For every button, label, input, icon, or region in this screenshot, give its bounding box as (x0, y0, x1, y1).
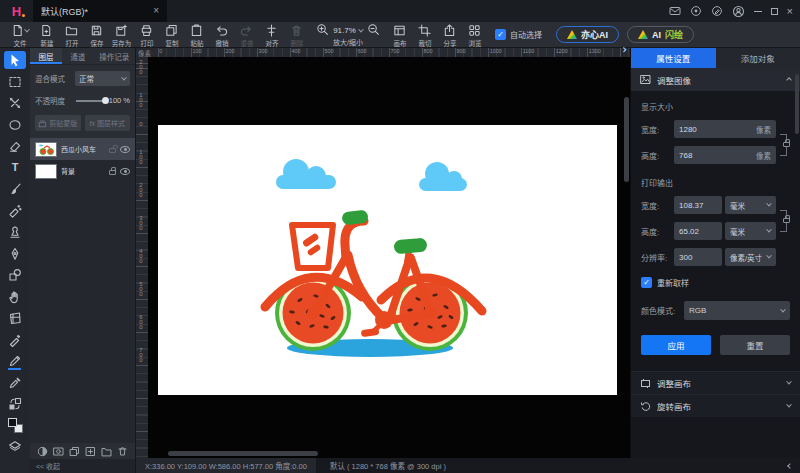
hand-tool[interactable] (4, 288, 26, 306)
panel-collapse-button[interactable]: << 收起 (30, 459, 135, 473)
copy-button[interactable]: 复制 (159, 22, 184, 47)
eraser-tool[interactable] (4, 137, 26, 155)
tab-channels[interactable]: 通道 (62, 48, 94, 64)
canvas-vertical-scrollbar[interactable] (624, 97, 629, 182)
perspective-crop-tool[interactable] (4, 309, 26, 327)
rotate-canvas-section-header[interactable]: 旋转画布 (631, 394, 800, 417)
resolution-input[interactable]: 300 (674, 248, 722, 266)
layer-stack-tool[interactable] (4, 438, 26, 456)
redo-button[interactable]: 重做 (234, 22, 259, 47)
marquee-select-tool[interactable] (4, 73, 26, 91)
color-mode-dropdown[interactable]: RGB (684, 301, 790, 320)
crop-button[interactable]: 裁切 (412, 22, 437, 47)
layer-visibility-icon[interactable] (120, 168, 130, 175)
lock-ratio-icon[interactable] (783, 142, 790, 147)
document-tab[interactable]: 默认(RGB)* × (33, 0, 167, 22)
share-button[interactable]: 分享 (437, 22, 462, 47)
layer-row-background[interactable]: 背景 (30, 160, 135, 182)
clip-mask-button[interactable]: 剪贴蒙版 (35, 115, 81, 131)
browse-button[interactable]: 浏览 (462, 22, 487, 47)
print-button[interactable]: 打印 (134, 22, 159, 47)
delete-layer-icon[interactable] (117, 446, 128, 457)
layer-style-button[interactable]: fx 图层样式 (85, 115, 131, 131)
ellipse-select-tool[interactable] (4, 116, 26, 134)
user-icon[interactable] (732, 5, 745, 18)
tab-properties[interactable]: 属性设置 (631, 48, 716, 68)
swap-colors-control[interactable] (4, 395, 26, 413)
canvas-button[interactable]: 画布 (387, 22, 412, 47)
zoom-level-dropdown[interactable]: 91.7% (333, 26, 363, 35)
target-icon[interactable] (690, 5, 702, 17)
clone-stamp-tool[interactable] (4, 223, 26, 241)
maximize-icon[interactable] (771, 8, 778, 15)
display-size-label: 显示大小 (641, 101, 790, 112)
transform-tool[interactable] (4, 94, 26, 112)
app-logo[interactable]: H (0, 0, 33, 22)
save-as-button[interactable]: 另存为 (109, 22, 134, 47)
group-folder-icon[interactable] (101, 446, 112, 457)
tab-layers[interactable]: 图层 (30, 48, 62, 64)
canvas-workspace[interactable] (148, 57, 630, 458)
print-width-input[interactable]: 108.37 (674, 196, 722, 214)
blend-mode-dropdown[interactable]: 正常 (75, 71, 130, 86)
open-button[interactable]: 打开 (59, 22, 84, 47)
pencil-tool[interactable] (4, 352, 26, 370)
layer-mask-icon[interactable] (53, 446, 64, 457)
paste-button[interactable]: 粘贴 (184, 22, 209, 47)
layer-visibility-icon[interactable] (120, 146, 130, 153)
ai-assistant-button[interactable]: 亦心AI (556, 26, 619, 43)
tab-add-object[interactable]: 添加对象 (716, 48, 800, 68)
zoom-out-icon[interactable] (367, 23, 380, 38)
auto-select-checkbox[interactable]: ✓ 自动选择 (487, 22, 548, 47)
adjustment-layer-icon[interactable] (37, 446, 48, 457)
delete-button[interactable]: 删除 (284, 22, 309, 47)
zoom-in-icon[interactable] (316, 23, 329, 38)
file-menu-button[interactable]: 文件 (5, 22, 34, 47)
layer-row-artwork[interactable]: 西瓜小风车 (30, 138, 135, 160)
ai-flash-draw-button[interactable]: AI 闪绘 (627, 26, 694, 43)
tab-close-icon[interactable]: × (153, 6, 159, 16)
align-button[interactable]: 对齐 (259, 22, 284, 47)
opacity-slider[interactable] (76, 100, 106, 102)
window-close-icon[interactable]: × (787, 6, 793, 17)
artboard[interactable] (158, 125, 617, 395)
layer-lock-icon[interactable] (109, 170, 116, 175)
shape-tool[interactable] (4, 266, 26, 284)
undo-button[interactable]: 撤销 (209, 22, 234, 47)
duplicate-layer-icon[interactable] (69, 446, 80, 457)
resample-checkbox[interactable]: ✓ 重新取样 (641, 277, 790, 288)
properties-scrollbar[interactable] (795, 74, 799, 134)
print-width-unit-dropdown[interactable]: 毫米 (725, 196, 776, 214)
opacity-slider-knob[interactable] (102, 97, 109, 104)
brush-tool[interactable] (4, 180, 26, 198)
display-height-input[interactable]: 768 像素 (674, 146, 776, 164)
minimize-icon[interactable] (754, 11, 762, 12)
foreground-color-swatch[interactable] (8, 418, 17, 427)
message-icon[interactable] (669, 5, 681, 17)
save-button[interactable]: 保存 (84, 22, 109, 47)
magic-eraser-tool[interactable] (4, 202, 26, 220)
healing-brush-tool[interactable] (4, 331, 26, 349)
print-height-input[interactable]: 65.02 (674, 222, 722, 240)
pen-tool[interactable] (4, 245, 26, 263)
apply-button[interactable]: 应用 (641, 335, 711, 355)
layer-unlock-icon[interactable] (109, 148, 116, 153)
move-tool[interactable] (4, 51, 26, 69)
adjust-image-section-header[interactable]: 调整图像 (631, 68, 800, 91)
color-swatches[interactable] (4, 417, 26, 435)
layers-panel: 图层 通道 操作记录 混合模式 正常 不透明度 100 % 剪贴蒙版 (30, 48, 136, 473)
canvas-horizontal-scrollbar[interactable] (168, 451, 318, 456)
lock-ratio-icon[interactable] (783, 218, 790, 223)
new-layer-icon[interactable] (85, 446, 96, 457)
resolution-unit-dropdown[interactable]: 像素/英寸 (725, 248, 776, 266)
status-collapse-icon[interactable] (788, 464, 800, 468)
new-button[interactable]: 新建 (34, 22, 59, 47)
tab-history[interactable]: 操作记录 (94, 48, 135, 64)
eyedropper-tool[interactable] (4, 374, 26, 392)
adjust-canvas-section-header[interactable]: 调整画布 (631, 371, 800, 394)
reset-button[interactable]: 重置 (720, 335, 790, 355)
text-tool[interactable]: T (4, 159, 26, 177)
feedback-pen-icon[interactable] (711, 5, 723, 17)
display-width-input[interactable]: 1280 像素 (674, 120, 776, 138)
print-height-unit-dropdown[interactable]: 毫米 (725, 222, 776, 240)
